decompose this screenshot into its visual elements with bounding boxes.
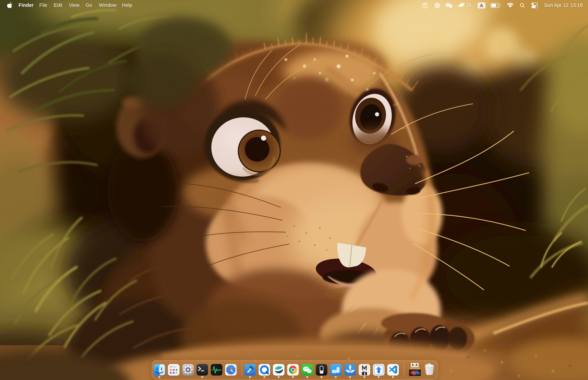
svg-text:A: A xyxy=(480,3,483,8)
